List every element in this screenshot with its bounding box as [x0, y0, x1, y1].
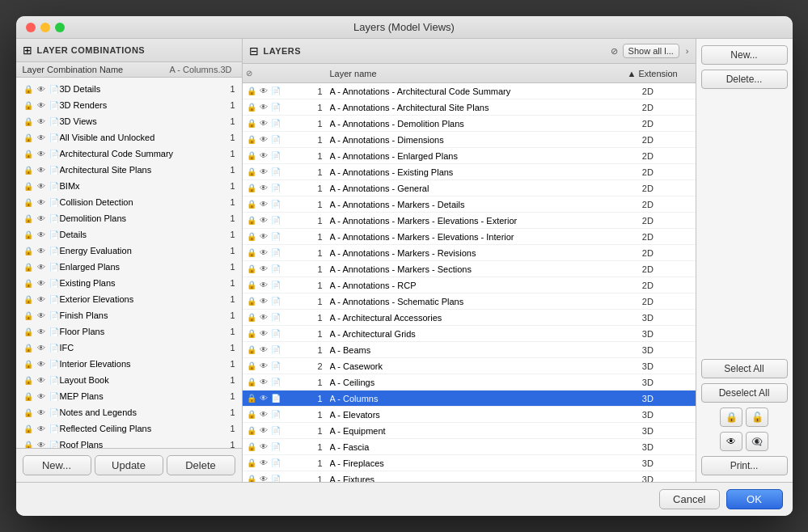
- lock-state-icon: 🔒: [23, 230, 34, 239]
- select-all-button[interactable]: Select All: [701, 359, 788, 378]
- layer-row[interactable]: 🔒 👁 📄 1 A - Equipment 3D: [243, 423, 696, 439]
- layer-row[interactable]: 🔒 👁 📄 1 A - Ceilings 3D: [243, 374, 696, 391]
- show-icon-button[interactable]: 👁: [720, 432, 742, 451]
- combination-item[interactable]: 🔒 👁 📄 Finish Plans 1: [16, 307, 242, 323]
- combination-item[interactable]: 🔒 👁 📄 Interior Elevations 1: [16, 356, 242, 372]
- combination-item[interactable]: 🔒 👁 📄 3D Views 1: [16, 113, 242, 129]
- layer-eye-icon: 👁: [258, 297, 269, 306]
- layer-row[interactable]: 🔒 👁 📄 1 A - Columns 3D: [243, 391, 696, 407]
- combination-count: 1: [222, 391, 235, 401]
- combination-item[interactable]: 🔒 👁 📄 Enlarged Plans 1: [16, 259, 242, 275]
- layer-row[interactable]: 🔒 👁 📄 1 A - Fireplaces 3D: [243, 455, 696, 471]
- layer-lock-icon: 🔒: [246, 87, 257, 95]
- layer-row[interactable]: 🔒 👁 📄 1 A - Annotations - Markers - Revi…: [243, 245, 696, 261]
- layer-name: A - Annotations - Architectural Code Sum…: [330, 87, 628, 96]
- combination-item[interactable]: 🔒 👁 📄 Architectural Code Summary 1: [16, 146, 242, 162]
- minimize-button[interactable]: [40, 23, 50, 32]
- layer-eye-icon: 👁: [258, 313, 269, 322]
- folder-icon: 📄: [49, 247, 60, 255]
- ok-button[interactable]: OK: [726, 489, 783, 509]
- layer-row[interactable]: 🔒 👁 📄 1 A - Fixtures 3D: [243, 471, 696, 482]
- layer-row[interactable]: 🔒 👁 📄 2 A - Casework 3D: [243, 358, 696, 374]
- layer-row[interactable]: 🔒 👁 📄 1 A - Beams 3D: [243, 342, 696, 358]
- layer-row[interactable]: 🔒 👁 📄 1 A - Annotations - Architectural …: [243, 83, 696, 99]
- combination-item[interactable]: 🔒 👁 📄 Exterior Elevations 1: [16, 291, 242, 307]
- show-all-button[interactable]: Show all l...: [623, 44, 679, 58]
- close-button[interactable]: [26, 23, 36, 32]
- layer-num: 1: [311, 458, 330, 468]
- layer-eye-icon: 👁: [258, 426, 269, 435]
- chevron-right-icon[interactable]: ›: [686, 46, 689, 56]
- delete-layer-button[interactable]: Delete...: [701, 70, 788, 89]
- combination-item[interactable]: 🔒 👁 📄 Details 1: [16, 226, 242, 243]
- zoom-button[interactable]: [55, 23, 65, 32]
- folder-icon: 📄: [49, 117, 60, 126]
- layer-row[interactable]: 🔒 👁 📄 1 A - Annotations - Existing Plans…: [243, 164, 696, 180]
- folder-icon: 📄: [49, 263, 60, 272]
- layer-row[interactable]: 🔒 👁 📄 1 A - Annotations - Markers - Sect…: [243, 261, 696, 277]
- combinations-title: LAYER COMBINATIONS: [37, 45, 146, 55]
- layer-file-icon: 📄: [270, 345, 281, 354]
- combination-name: 3D Views: [60, 116, 222, 126]
- layer-name: A - Annotations - RCP: [330, 281, 628, 290]
- combination-item[interactable]: 🔒 👁 📄 MEP Plans 1: [16, 388, 242, 404]
- filter-icon[interactable]: ⊘: [611, 46, 618, 57]
- deselect-all-button[interactable]: Deselect All: [701, 383, 788, 403]
- layer-row[interactable]: 🔒 👁 📄 1 A - Annotations - Demolition Pla…: [243, 116, 696, 132]
- new-combination-button[interactable]: New...: [23, 455, 91, 475]
- unlock-icon-button[interactable]: 🔓: [746, 407, 768, 427]
- combination-item[interactable]: 🔒 👁 📄 Floor Plans 1: [16, 323, 242, 340]
- combination-count: 1: [222, 213, 235, 223]
- layer-file-icon: 📄: [270, 184, 281, 192]
- visibility-icon: 👁: [36, 424, 47, 433]
- combination-item[interactable]: 🔒 👁 📄 Architectural Site Plans 1: [16, 162, 242, 178]
- layer-row[interactable]: 🔒 👁 📄 1 A - Annotations - Schematic Plan…: [243, 293, 696, 310]
- layer-row[interactable]: 🔒 👁 📄 1 A - Annotations - RCP 2D: [243, 277, 696, 293]
- combination-item[interactable]: 🔒 👁 📄 Existing Plans 1: [16, 275, 242, 291]
- ext-col-header[interactable]: ▲ Extension: [628, 69, 692, 78]
- layer-num: 1: [311, 329, 330, 339]
- combination-item[interactable]: 🔒 👁 📄 All Visible and Unlocked 1: [16, 129, 242, 146]
- layer-row[interactable]: 🔒 👁 📄 1 A - Annotations - General 2D: [243, 180, 696, 196]
- combination-item[interactable]: 🔒 👁 📄 Roof Plans 1: [16, 437, 242, 448]
- layer-row[interactable]: 🔒 👁 📄 1 A - Elevators 3D: [243, 407, 696, 423]
- layer-row[interactable]: 🔒 👁 📄 1 A - Annotations - Markers - Elev…: [243, 213, 696, 229]
- layer-ext: 3D: [628, 345, 692, 355]
- combination-item[interactable]: 🔒 👁 📄 3D Details 1: [16, 81, 242, 97]
- layer-row[interactable]: 🔒 👁 📄 1 A - Annotations - Dimensions 2D: [243, 132, 696, 148]
- lock-icon-button[interactable]: 🔒: [720, 407, 742, 427]
- layer-lock-icon: 🔒: [246, 313, 257, 322]
- layer-row[interactable]: 🔒 👁 📄 1 A - Architectural Grids 3D: [243, 326, 696, 342]
- folder-icon: 📄: [49, 150, 60, 158]
- combination-item[interactable]: 🔒 👁 📄 Collision Detection 1: [16, 194, 242, 210]
- layer-row[interactable]: 🔒 👁 📄 1 A - Architectural Accessories 3D: [243, 310, 696, 326]
- layer-row[interactable]: 🔒 👁 📄 1 A - Fascia 3D: [243, 439, 696, 455]
- layer-name: A - Annotations - Demolition Plans: [330, 119, 628, 129]
- layer-row[interactable]: 🔒 👁 📄 1 A - Annotations - Markers - Elev…: [243, 229, 696, 245]
- visibility-icon: 👁: [36, 344, 47, 353]
- name-col-header[interactable]: Layer name: [330, 69, 628, 78]
- layers-panel-header: ⊟ LAYERS ⊘ Show all l... ›: [243, 39, 696, 64]
- layer-row[interactable]: 🔒 👁 📄 1 A - Annotations - Architectural …: [243, 99, 696, 116]
- combination-item[interactable]: 🔒 👁 📄 Reflected Ceiling Plans 1: [16, 420, 242, 437]
- update-combination-button[interactable]: Update: [95, 455, 163, 475]
- print-button[interactable]: Print...: [701, 456, 788, 475]
- combination-item[interactable]: 🔒 👁 📄 Demolition Plans 1: [16, 210, 242, 226]
- layer-ext: 3D: [628, 313, 692, 323]
- layer-lock-icon: 🔒: [246, 442, 257, 451]
- combination-item[interactable]: 🔒 👁 📄 IFC 1: [16, 340, 242, 356]
- layer-row[interactable]: 🔒 👁 📄 1 A - Annotations - Enlarged Plans…: [243, 148, 696, 164]
- new-layer-button[interactable]: New...: [701, 45, 788, 65]
- folder-icon: 📄: [49, 133, 60, 142]
- delete-combination-button[interactable]: Delete: [167, 455, 235, 475]
- cancel-button[interactable]: Cancel: [659, 489, 719, 509]
- combination-item[interactable]: 🔒 👁 📄 Notes and Legends 1: [16, 404, 242, 420]
- combination-item[interactable]: 🔒 👁 📄 Layout Book 1: [16, 372, 242, 388]
- layer-lock-icon: 🔒: [246, 426, 257, 435]
- combination-item[interactable]: 🔒 👁 📄 BIMx 1: [16, 178, 242, 194]
- hide-icon-button[interactable]: 👁‍🗨: [746, 432, 768, 451]
- layer-row[interactable]: 🔒 👁 📄 1 A - Annotations - Markers - Deta…: [243, 196, 696, 213]
- combination-item[interactable]: 🔒 👁 📄 3D Renders 1: [16, 97, 242, 113]
- combination-item[interactable]: 🔒 👁 📄 Energy Evaluation 1: [16, 243, 242, 259]
- layer-file-icon: 📄: [270, 361, 281, 370]
